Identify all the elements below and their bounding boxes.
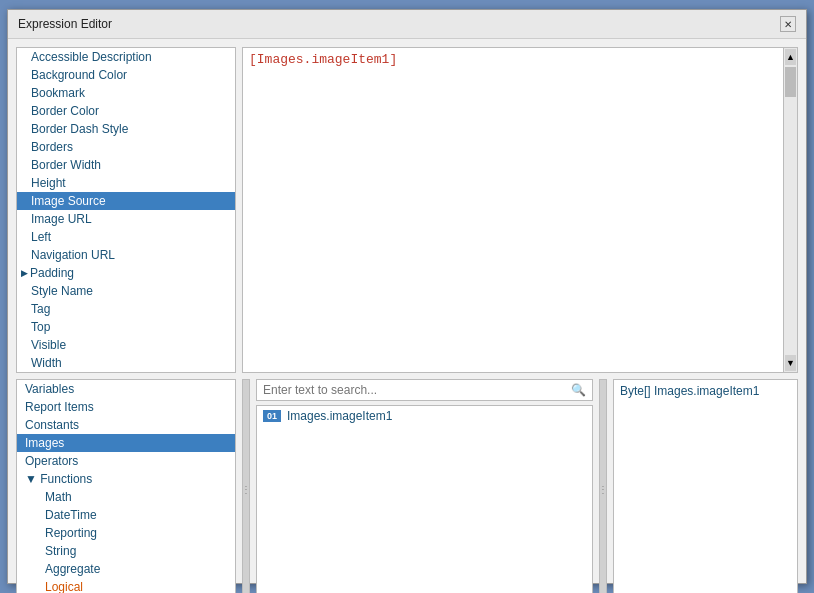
dialog-title: Expression Editor: [18, 17, 112, 31]
left-panel-item-tag[interactable]: Tag: [17, 300, 235, 318]
search-results: 01Images.imageItem1: [256, 405, 593, 593]
left-panel-item-width[interactable]: Width: [17, 354, 235, 372]
tree-item-reporting[interactable]: Reporting: [17, 524, 235, 542]
tree-item-operators[interactable]: Operators: [17, 452, 235, 470]
top-section: Accessible DescriptionBackground ColorBo…: [16, 47, 798, 373]
splitter-1[interactable]: [242, 379, 250, 593]
left-panel-item-left[interactable]: Left: [17, 228, 235, 246]
splitter-2[interactable]: [599, 379, 607, 593]
result-text: Images.imageItem1: [287, 409, 392, 423]
property-list[interactable]: Accessible DescriptionBackground ColorBo…: [16, 47, 236, 373]
left-panel-item-padding[interactable]: ▶Padding: [17, 264, 235, 282]
arrow-icon: ▶: [21, 268, 28, 278]
title-bar: Expression Editor ✕: [8, 10, 806, 39]
scrollbar-thumb[interactable]: [785, 67, 796, 97]
left-panel-item-border-width[interactable]: Border Width: [17, 156, 235, 174]
left-panel-item-accessible-description[interactable]: Accessible Description: [17, 48, 235, 66]
expression-editor-dialog: Expression Editor ✕ Accessible Descripti…: [7, 9, 807, 584]
left-panel-item-visible[interactable]: Visible: [17, 336, 235, 354]
tree-item-report-items[interactable]: Report Items: [17, 398, 235, 416]
tree-item-aggregate[interactable]: Aggregate: [17, 560, 235, 578]
search-box: 🔍: [256, 379, 593, 401]
info-text: Byte[] Images.imageItem1: [620, 384, 759, 398]
tree-item-datetime[interactable]: DateTime: [17, 506, 235, 524]
tree-item-logical[interactable]: Logical: [17, 578, 235, 593]
left-panel-item-style-name[interactable]: Style Name: [17, 282, 235, 300]
result-badge: 01: [263, 410, 281, 422]
result-item[interactable]: 01Images.imageItem1: [257, 406, 592, 426]
left-panel-item-border-color[interactable]: Border Color: [17, 102, 235, 120]
left-panel-item-image-url[interactable]: Image URL: [17, 210, 235, 228]
expression-scroll-container: [Images.imageItem1] ▲ ▼: [242, 47, 798, 373]
left-panel-item-border-dash-style[interactable]: Border Dash Style: [17, 120, 235, 138]
tree-item-variables[interactable]: Variables: [17, 380, 235, 398]
left-panel-item-top[interactable]: Top: [17, 318, 235, 336]
left-panel-item-background-color[interactable]: Background Color: [17, 66, 235, 84]
tree-item-math[interactable]: Math: [17, 488, 235, 506]
dialog-body: Accessible DescriptionBackground ColorBo…: [8, 39, 806, 593]
expression-scrollbar[interactable]: ▲ ▼: [783, 48, 797, 372]
search-input[interactable]: [257, 380, 565, 400]
left-panel-item-height[interactable]: Height: [17, 174, 235, 192]
tree-panel[interactable]: VariablesReport ItemsConstantsImagesOper…: [16, 379, 236, 593]
tree-item-images[interactable]: Images: [17, 434, 235, 452]
tree-item-string[interactable]: String: [17, 542, 235, 560]
expression-panel: [Images.imageItem1] ▲ ▼: [242, 47, 798, 373]
left-panel-item-borders[interactable]: Borders: [17, 138, 235, 156]
search-icon: 🔍: [565, 380, 592, 400]
tree-item-functions[interactable]: ▼ Functions: [17, 470, 235, 488]
left-panel-item-bookmark[interactable]: Bookmark: [17, 84, 235, 102]
bottom-section: VariablesReport ItemsConstantsImagesOper…: [16, 379, 798, 593]
expression-input[interactable]: [Images.imageItem1]: [243, 48, 783, 372]
tree-item-constants[interactable]: Constants: [17, 416, 235, 434]
left-panel-item-image-source[interactable]: Image Source: [17, 192, 235, 210]
close-button[interactable]: ✕: [780, 16, 796, 32]
search-panel: 🔍 01Images.imageItem1: [256, 379, 593, 593]
left-panel-item-navigation-url[interactable]: Navigation URL: [17, 246, 235, 264]
info-panel: Byte[] Images.imageItem1: [613, 379, 798, 593]
